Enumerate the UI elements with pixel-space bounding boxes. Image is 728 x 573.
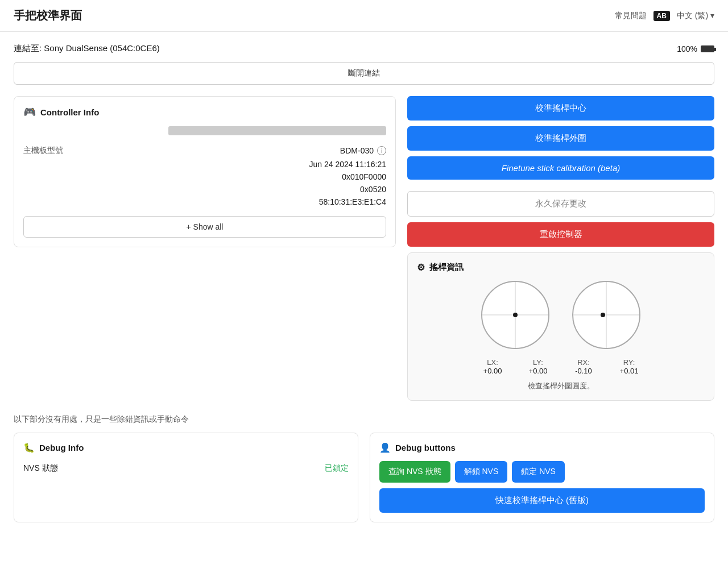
controller-info-title: Controller Info xyxy=(40,107,99,117)
controller-info-header: 🎮 Controller Info xyxy=(23,106,386,118)
connection-label: 連結至: Sony DualSense (054C:0CE6) xyxy=(14,43,160,54)
right-stick-dot xyxy=(601,313,605,317)
nvs-label: NVS 狀態 xyxy=(23,463,58,474)
info-icon[interactable]: i xyxy=(377,146,386,155)
stick-values: LX: +0.00 LY: +0.00 RX: -0.10 RY: +0.01 xyxy=(417,358,705,375)
date-row: Jun 24 2024 11:16:21 xyxy=(23,158,386,171)
unlock-nvs-button[interactable]: 解鎖 NVS xyxy=(455,461,508,483)
page-title: 手把校準界面 xyxy=(14,8,82,23)
blurred-info xyxy=(168,126,386,135)
rx-group: RX: -0.10 xyxy=(561,358,606,375)
top-bar: 手把校準界面 常見問題 AB 中文 (繁) ▾ xyxy=(0,0,728,32)
left-stick-circle xyxy=(481,281,549,349)
show-all-button[interactable]: + Show all xyxy=(23,216,386,238)
debug-info-header: 🐛 Debug Info xyxy=(23,442,349,453)
save-button[interactable]: 永久保存更改 xyxy=(407,191,714,217)
debug-buttons-card: 👤 Debug buttons 查詢 NVS 狀態 解鎖 NVS 鎖定 NVS … xyxy=(370,433,714,522)
battery-icon xyxy=(701,45,714,52)
connection-bar: 連結至: Sony DualSense (054C:0CE6) 100% xyxy=(14,43,714,54)
calibrate-outer-button[interactable]: 校準搖桿外圍 xyxy=(407,126,714,151)
main-content: 連結至: Sony DualSense (054C:0CE6) 100% 斷開連… xyxy=(0,32,728,534)
stick-info-header: ⚙ 搖桿資訊 xyxy=(417,262,705,273)
battery-percentage: 100% xyxy=(677,44,697,53)
ly-value: +0.00 xyxy=(515,367,561,375)
faq-link[interactable]: 常見問題 xyxy=(615,11,647,21)
debug-info-card: 🐛 Debug Info NVS 狀態 已鎖定 xyxy=(14,433,358,522)
debug-btns-row: 查詢 NVS 狀態 解鎖 NVS 鎖定 NVS xyxy=(379,461,705,483)
person-icon: 👤 xyxy=(379,442,391,453)
lx-label: LX: xyxy=(470,358,515,367)
finetune-button[interactable]: Finetune stick calibration (beta) xyxy=(407,156,714,180)
debug-buttons-header: 👤 Debug buttons xyxy=(379,442,705,453)
stick-info-card: ⚙ 搖桿資訊 xyxy=(407,252,714,401)
board-model-label: 主機板型號 xyxy=(23,146,63,156)
hex2-row: 0x0520 xyxy=(23,183,386,196)
ly-label: LY: xyxy=(515,358,561,367)
reset-button[interactable]: 重啟控制器 xyxy=(407,222,714,247)
bug-icon: 🐛 xyxy=(23,442,35,453)
left-stick-dot xyxy=(513,313,518,317)
debug-buttons-title: Debug buttons xyxy=(395,443,456,452)
query-nvs-button[interactable]: 查詢 NVS 狀態 xyxy=(379,461,450,483)
stick-info-title: 搖桿資訊 xyxy=(429,262,464,273)
info-rows-right: Jun 24 2024 11:16:21 0x010F0000 0x0520 5… xyxy=(23,158,386,208)
left-column: 🎮 Controller Info 主機板型號 BDM-030 i Jun 24… xyxy=(14,96,396,401)
debug-info-title: Debug Info xyxy=(39,443,84,452)
chevron-down-icon: ▾ xyxy=(710,11,714,20)
board-model-row: 主機板型號 BDM-030 i xyxy=(23,143,386,158)
ry-group: RY: +0.01 xyxy=(606,358,652,375)
stick-circles xyxy=(417,281,705,349)
rx-value: -0.10 xyxy=(561,367,606,375)
disconnect-button[interactable]: 斷開連結 xyxy=(14,62,714,85)
top-bar-right: 常見問題 AB 中文 (繁) ▾ xyxy=(615,11,714,21)
ly-group: LY: +0.00 xyxy=(515,358,561,375)
right-column: 校準搖桿中心 校準搖桿外圍 Finetune stick calibration… xyxy=(407,96,714,401)
ry-label: RY: xyxy=(606,358,652,367)
rx-label: RX: xyxy=(561,358,606,367)
calibrate-center-button[interactable]: 校準搖桿中心 xyxy=(407,96,714,121)
quick-cali-button[interactable]: 快速校準搖桿中心 (舊版) xyxy=(379,488,705,513)
lx-group: LX: +0.00 xyxy=(470,358,515,375)
controller-info-card: 🎮 Controller Info 主機板型號 BDM-030 i Jun 24… xyxy=(14,96,396,247)
debug-two-column: 🐛 Debug Info NVS 狀態 已鎖定 👤 Debug buttons … xyxy=(14,433,714,522)
nvs-status: 已鎖定 xyxy=(325,463,349,474)
hex1-row: 0x010F0000 xyxy=(23,171,386,183)
right-crosshair-v xyxy=(606,282,607,348)
stick-note: 檢查搖桿外圍圓度。 xyxy=(417,381,705,391)
lock-nvs-button[interactable]: 鎖定 NVS xyxy=(512,461,565,483)
right-stick-circle xyxy=(572,281,640,349)
ry-value: +0.01 xyxy=(606,367,652,375)
two-column-layout: 🎮 Controller Info 主機板型號 BDM-030 i Jun 24… xyxy=(14,96,714,401)
lx-value: +0.00 xyxy=(470,367,515,375)
lang-selector[interactable]: 中文 (繁) ▾ xyxy=(677,11,714,21)
settings-icon: ⚙ xyxy=(417,262,425,273)
lang-badge: AB xyxy=(653,11,670,21)
debug-section-label: 以下部分沒有用處，只是一些除錯資訊或手動命令 xyxy=(14,414,714,425)
mac-row: 58:10:31:E3:E1:C4 xyxy=(23,196,386,208)
battery-info: 100% xyxy=(677,44,714,53)
nvs-row: NVS 狀態 已鎖定 xyxy=(23,461,349,476)
board-model-value: BDM-030 i xyxy=(340,146,386,155)
controller-icon: 🎮 xyxy=(23,106,36,118)
